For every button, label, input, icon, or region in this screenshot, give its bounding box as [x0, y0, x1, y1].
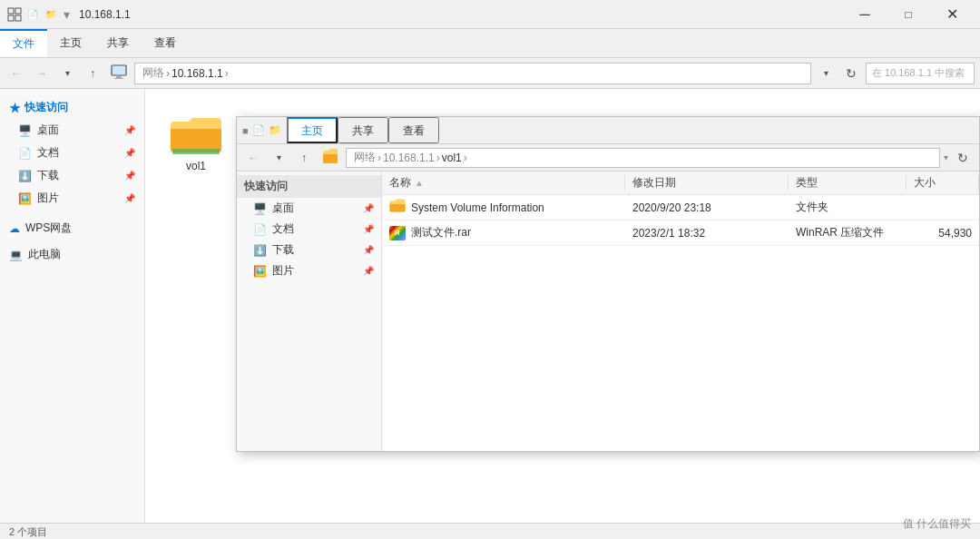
minimize-button[interactable]: ─ — [844, 2, 886, 27]
sw-up-button[interactable]: ↑ — [293, 147, 315, 169]
sw-back-button[interactable]: ← — [242, 147, 264, 169]
sw-ribbon: ■ 📄 📁 主页 共享 查看 — [237, 117, 979, 144]
file-modified-cell: 2020/9/20 23:18 — [625, 201, 789, 214]
sw-dropdown-button[interactable]: ▾ — [268, 147, 289, 169]
sw-breadcrumb-vol1: vol1 — [442, 152, 462, 164]
window-icon — [7, 7, 22, 22]
sw-folder-icon: 📁 — [269, 124, 281, 136]
up-button[interactable]: ↑ — [82, 63, 103, 84]
sw-refresh-button[interactable]: ↻ — [952, 147, 974, 169]
svg-rect-1 — [15, 8, 21, 14]
rar-modified-cell: 2023/2/1 18:32 — [625, 227, 789, 240]
rar-size-cell: 54,930 — [906, 227, 979, 240]
svg-rect-2 — [8, 15, 14, 21]
pictures-icon: 🖼️ — [18, 192, 32, 205]
docs-icon: 📄 — [18, 147, 32, 160]
header-type[interactable]: 类型 — [789, 175, 906, 191]
sw-tab-share[interactable]: 共享 — [338, 117, 388, 143]
sidebar-item-desktop[interactable]: 🖥️ 桌面 📌 — [0, 119, 144, 142]
sw-address-input[interactable]: 网络 › 10.168.1.1 › vol1 › — [346, 148, 940, 168]
sidebar-item-wps[interactable]: ☁ WPS网盘 — [0, 217, 144, 240]
tab-file[interactable]: 文件 — [0, 29, 47, 57]
title-bar-window-icons: 📄 📁 ▾ — [7, 7, 72, 22]
pc-icon — [111, 64, 127, 83]
close-button[interactable]: ✕ — [931, 2, 973, 27]
content-area: vol1 vol2 ■ 📄 📁 主页 共享 — [145, 89, 980, 523]
maximize-button[interactable]: □ — [887, 2, 929, 27]
file-icon: 📄 — [25, 7, 40, 22]
sw-file-icon: 📄 — [252, 124, 265, 136]
folder-vol1-label: vol1 — [186, 160, 206, 172]
sw-sidebar: 快速访问 🖥️ 桌面 📌 📄 文档 📌 ⬇️ 下载 📌 — [237, 172, 382, 451]
sw-sidebar-quickaccess-title: 快速访问 — [237, 175, 381, 198]
address-dropdown[interactable]: ▾ — [815, 63, 837, 84]
pin-icon: 📌 — [124, 171, 135, 181]
desktop-icon: 🖥️ — [18, 124, 32, 137]
back-button[interactable]: ← — [5, 63, 27, 84]
sidebar-item-downloads[interactable]: ⬇️ 下载 📌 — [0, 164, 144, 187]
second-window: ■ 📄 📁 主页 共享 查看 ← ▾ ↑ — [236, 116, 980, 452]
sw-tab-view[interactable]: 查看 — [388, 117, 439, 143]
sw-pin-icon3: 📌 — [363, 245, 374, 255]
rar-type-cell: WinRAR 压缩文件 — [789, 225, 906, 240]
header-modified[interactable]: 修改日期 — [625, 175, 789, 191]
sw-sidebar-pictures[interactable]: 🖼️ 图片 📌 — [237, 260, 381, 281]
file-list-header: 名称 ▲ 修改日期 类型 大小 — [382, 172, 979, 195]
address-input[interactable]: 网络 › 10.168.1.1 › — [134, 63, 811, 84]
pc-sidebar-icon: 💻 — [9, 249, 23, 261]
folder-vol1[interactable]: vol1 — [163, 107, 229, 178]
header-size[interactable]: 大小 — [906, 175, 979, 191]
folder-row-icon — [389, 199, 406, 216]
svg-rect-5 — [116, 76, 122, 78]
sw-pictures-icon: 🖼️ — [253, 265, 267, 278]
sidebar: ★ 快速访问 🖥️ 桌面 📌 📄 文档 📌 ⬇️ 下载 📌 🖼️ 图片 📌 ☁ … — [0, 89, 145, 523]
forward-button[interactable]: → — [31, 63, 53, 84]
sidebar-quickaccess-title: ★ 快速访问 — [0, 96, 144, 119]
sw-address-dropdown[interactable]: ▾ — [944, 152, 948, 162]
svg-rect-6 — [114, 78, 123, 79]
folder-vol1-icon — [169, 113, 223, 156]
sw-docs-icon: 📄 — [253, 223, 267, 236]
sw-main: 快速访问 🖥️ 桌面 📌 📄 文档 📌 ⬇️ 下载 📌 — [237, 172, 979, 451]
status-bar: 2 个项目 — [0, 523, 980, 539]
header-name[interactable]: 名称 ▲ — [382, 175, 625, 191]
sw-breadcrumb-network: 网络 — [354, 150, 376, 165]
tab-view[interactable]: 查看 — [142, 29, 189, 57]
svg-rect-4 — [112, 65, 126, 75]
breadcrumb-ip: 10.168.1.1 — [172, 67, 223, 80]
sw-sidebar-docs[interactable]: 📄 文档 📌 — [237, 219, 381, 240]
wps-icon: ☁ — [9, 222, 20, 235]
title-bar: 📄 📁 ▾ 10.168.1.1 ─ □ ✕ — [0, 0, 980, 29]
sw-pin-icon4: 📌 — [363, 266, 374, 276]
sw-sidebar-downloads[interactable]: ⬇️ 下载 📌 — [237, 240, 381, 260]
sw-sidebar-desktop[interactable]: 🖥️ 桌面 📌 — [237, 198, 381, 219]
refresh-button[interactable]: ↻ — [840, 63, 862, 84]
sidebar-item-docs[interactable]: 📄 文档 📌 — [0, 142, 144, 164]
rar-icon: R — [389, 226, 406, 240]
pin-icon: 📌 — [124, 125, 135, 135]
main-layout: ★ 快速访问 🖥️ 桌面 📌 📄 文档 📌 ⬇️ 下载 📌 🖼️ 图片 📌 ☁ … — [0, 89, 980, 523]
sw-window-icon: ■ — [242, 125, 249, 136]
file-name-cell: System Volume Information — [382, 199, 625, 216]
tab-home[interactable]: 主页 — [47, 29, 94, 57]
sidebar-item-thispc[interactable]: 💻 此电脑 — [0, 243, 144, 266]
rar-name-cell: R 测试文件.rar — [382, 225, 625, 240]
sw-desktop-icon: 🖥️ — [253, 202, 267, 215]
sidebar-item-pictures[interactable]: 🖼️ 图片 📌 — [0, 187, 144, 210]
pin-icon: 📌 — [124, 193, 135, 203]
table-row[interactable]: System Volume Information 2020/9/20 23:1… — [382, 195, 979, 220]
sw-tab-home[interactable]: 主页 — [287, 117, 338, 143]
sw-breadcrumb-ip: 10.168.1.1 — [383, 152, 435, 164]
tab-share[interactable]: 共享 — [94, 29, 142, 57]
sw-pin-icon: 📌 — [363, 203, 374, 213]
search-input[interactable]: 在 10.168.1.1 中搜索 — [866, 63, 975, 84]
table-row[interactable]: R 测试文件.rar 2023/2/1 18:32 WinRAR 压缩文件 54… — [382, 220, 979, 246]
sw-address-bar: ← ▾ ↑ 网络 › 10.168.1.1 › vol1 › ▾ — [237, 144, 979, 172]
sw-pin-icon2: 📌 — [363, 224, 374, 234]
svg-rect-0 — [8, 8, 14, 14]
dropdown-button[interactable]: ▾ — [56, 63, 78, 84]
folder-title-icon: 📁 — [44, 7, 58, 22]
sw-file-list: 名称 ▲ 修改日期 类型 大小 — [382, 172, 979, 451]
sw-downloads-icon: ⬇️ — [253, 244, 267, 257]
svg-rect-7 — [172, 149, 220, 154]
